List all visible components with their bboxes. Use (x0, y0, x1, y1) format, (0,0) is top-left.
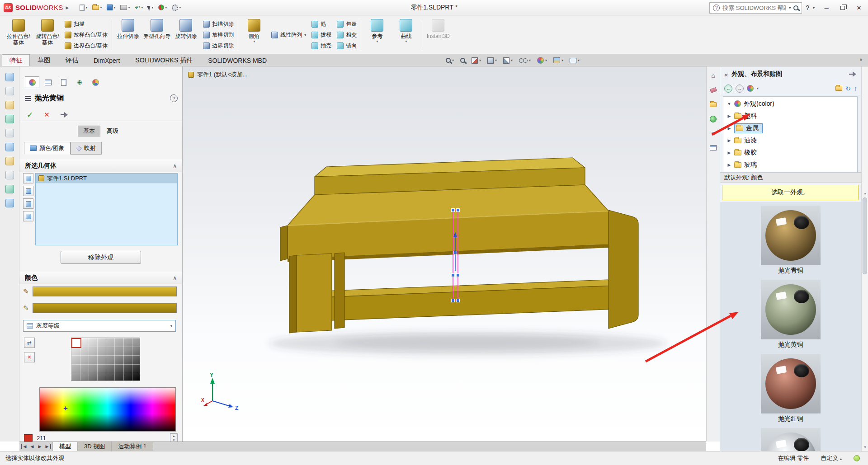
metal-selection-box[interactable]: 金属 (734, 123, 763, 133)
property-manager-tab[interactable] (25, 76, 39, 88)
apply-scene-button[interactable]: ▾ (553, 57, 563, 63)
caret-down-icon[interactable]: ▾ (376, 39, 378, 44)
help-menu-button[interactable]: ? (806, 4, 809, 11)
intersect-button[interactable]: 相交 (335, 30, 359, 40)
tree-item-label[interactable]: 外观(color) (744, 100, 774, 108)
appearance-thumbnail-chrome[interactable] (761, 428, 821, 451)
caret-down-icon[interactable]: ▾ (253, 39, 255, 44)
caret-down-icon[interactable]: ▾ (165, 5, 167, 9)
color-spectrum-picker[interactable]: + (39, 387, 176, 432)
chevron-down-icon[interactable]: ▾ (170, 324, 172, 328)
caret-down-icon[interactable]: ▾ (529, 58, 531, 62)
left-toolbar-icon[interactable] (5, 185, 14, 193)
select-button[interactable]: ▾ (146, 4, 155, 12)
undo-button[interactable]: ↶▾ (133, 4, 145, 12)
caret-down-icon[interactable]: ▾ (479, 58, 481, 62)
basic-mode-tab[interactable]: 基本 (78, 126, 100, 136)
list-tab-icon[interactable]: ≡ (709, 129, 718, 138)
instant3d-button[interactable]: Instant3D (424, 17, 452, 53)
expand-icon[interactable]: ▼ (727, 102, 731, 106)
tab-features[interactable]: 特征 (2, 54, 30, 66)
configuration-manager-tab[interactable] (41, 76, 55, 88)
remove-appearance-button[interactable]: 移除外观 (61, 251, 141, 264)
caret-down-icon[interactable]: ▾ (511, 58, 513, 62)
current-color-swatch[interactable] (24, 434, 33, 442)
hole-wizard-button[interactable]: 异型孔向导 (143, 17, 171, 53)
last-tab-button[interactable]: ▶ (44, 444, 51, 449)
rebuild-button[interactable]: ▾ (156, 3, 169, 12)
expand-icon[interactable]: ▶ (727, 114, 731, 118)
spinner-up-icon[interactable]: ▴ (170, 434, 177, 438)
caret-down-icon[interactable]: ▾ (578, 58, 580, 62)
tree-item-label[interactable]: 橡胶 (744, 149, 757, 157)
select-body-filter-button[interactable] (23, 173, 33, 183)
wrap-button[interactable]: 包覆 (335, 19, 359, 29)
open-document-button[interactable]: ▾ (90, 4, 104, 11)
swept-cut-button[interactable]: 扫描切除 (201, 19, 236, 29)
previous-tab-button[interactable]: ◀ (28, 444, 36, 449)
ok-button[interactable]: ✓ (27, 110, 33, 120)
boundary-boss-button[interactable]: 边界凸台/基体 (62, 41, 110, 51)
section-view-button[interactable]: ▾ (472, 57, 481, 64)
eraser-tab-icon[interactable] (709, 85, 718, 94)
selection-list-item[interactable]: 零件1.SLDPRT (36, 174, 177, 183)
left-leg-side-face[interactable] (289, 255, 297, 333)
primary-color-swatch[interactable] (33, 287, 177, 296)
help-caret-icon[interactable]: ▾ (813, 6, 815, 10)
extruded-boss-button[interactable]: 拉伸凸台/基体 (5, 17, 33, 53)
tab-addins[interactable]: SOLIDWORKS 插件 (127, 54, 200, 66)
caret-down-icon[interactable]: ▾ (561, 58, 563, 62)
caret-down-icon[interactable]: ▾ (545, 58, 547, 62)
zoom-to-fit-button[interactable]: ▾ (446, 58, 454, 63)
extruded-cut-button[interactable]: 拉伸切除 (114, 17, 142, 53)
rib-button[interactable]: 筋 (309, 19, 334, 29)
tree-item-rubber[interactable]: ▶ 橡胶 (723, 146, 857, 159)
scrollbar-thumb[interactable] (863, 197, 867, 274)
selection-list[interactable]: 零件1.SLDPRT (35, 173, 178, 245)
tree-item-paint[interactable]: ▶ 油漆 (723, 134, 857, 146)
left-toolbar-icon[interactable] (5, 73, 14, 81)
spectrum-cursor-icon[interactable]: + (63, 404, 68, 413)
caret-down-icon[interactable]: ▾ (495, 58, 497, 62)
select-feature-filter-button[interactable] (23, 211, 33, 221)
left-toolbar-icon[interactable] (5, 199, 14, 207)
view-orientation-button[interactable]: ▾ (487, 57, 497, 64)
zoom-to-area-button[interactable] (460, 58, 465, 63)
caret-down-icon[interactable]: ▾ (304, 33, 306, 37)
caret-down-icon[interactable]: ▾ (141, 5, 143, 9)
caret-down-icon[interactable]: ▾ (113, 5, 115, 9)
tree-item-label[interactable]: 玻璃 (744, 161, 757, 169)
open-folder-icon[interactable] (835, 86, 842, 91)
left-toolbar-icon[interactable] (5, 171, 14, 179)
mirror-button[interactable]: 镜向 (335, 41, 359, 51)
expand-icon[interactable]: ▶ (727, 150, 731, 155)
tree-item-label[interactable]: 塑料 (744, 112, 757, 120)
design-library-tab-icon[interactable] (709, 100, 718, 109)
delete-swatch-button[interactable]: ✕ (24, 352, 35, 362)
left-toolbar-icon[interactable] (5, 87, 14, 95)
cancel-button[interactable]: ✕ (44, 111, 50, 119)
left-toolbar-icon[interactable] (5, 101, 14, 109)
collapse-ribbon-icon[interactable]: ∧ (859, 57, 863, 62)
model-tab[interactable]: 模型 (53, 442, 78, 451)
expand-icon[interactable]: ▶ (727, 126, 731, 131)
caret-down-icon[interactable]: ▾ (405, 39, 407, 44)
restore-button[interactable] (835, 1, 851, 14)
revolved-boss-button[interactable]: 旋转凸台/基体 (33, 17, 61, 53)
advanced-mode-tab[interactable]: 高级 (101, 126, 124, 136)
swept-boss-button[interactable]: 扫描 (62, 19, 110, 29)
first-tab-button[interactable]: ◀ (21, 444, 28, 449)
secondary-color-swatch[interactable] (33, 303, 177, 313)
color-section-header[interactable]: 颜色 ∧ (19, 272, 182, 284)
revolved-cut-button[interactable]: 旋转切除 (172, 17, 200, 53)
tree-item-label[interactable]: 金属 (746, 124, 759, 132)
minimize-button[interactable]: ─ (818, 1, 835, 14)
close-button[interactable]: ✕ (851, 1, 867, 14)
left-toolbar-icon[interactable] (5, 115, 14, 123)
pin-icon[interactable] (61, 112, 69, 118)
save-button[interactable]: ▾ (105, 3, 117, 12)
display-style-button[interactable]: ▾ (503, 57, 513, 64)
caret-down-icon[interactable]: ▾ (179, 5, 181, 9)
caret-down-icon[interactable]: ▾ (757, 86, 759, 90)
caret-down-icon[interactable]: ▾ (85, 5, 87, 9)
